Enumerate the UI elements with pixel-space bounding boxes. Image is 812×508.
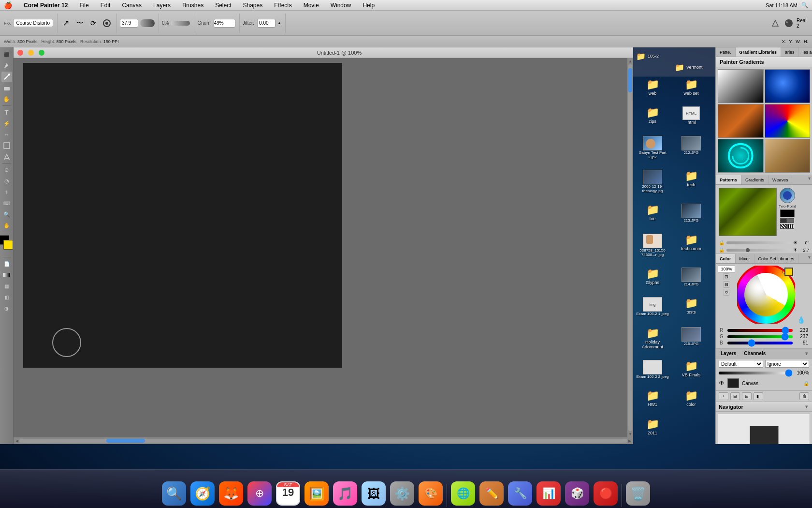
apple-menu[interactable]: 🍎 — [4, 1, 12, 9]
vscroll-down-arrow[interactable]: ▼ — [628, 432, 632, 436]
vscroll-thumb[interactable] — [628, 68, 632, 92]
desktop-gabyn[interactable]: Gabyn Test Part 2.jp2 — [633, 134, 672, 168]
pattern-thumbnail[interactable] — [719, 188, 777, 236]
desktop-glyphs[interactable]: 📁 Glyphs — [633, 266, 672, 295]
eraser-tool[interactable] — [1, 83, 12, 93]
menubar-window[interactable]: Window — [329, 2, 353, 9]
swatch-gray1[interactable] — [780, 218, 787, 223]
real-icon-2[interactable] — [783, 17, 795, 29]
panel-menu-btn[interactable]: ▾ — [806, 175, 812, 181]
zoom-input-color[interactable]: 100% — [718, 266, 735, 272]
layer-visibility-icon[interactable]: 👁 — [719, 380, 725, 387]
menubar-file[interactable]: File — [77, 2, 90, 9]
vscroll-track[interactable] — [628, 64, 632, 431]
paint-bucket-tool[interactable] — [1, 60, 12, 71]
dock-chrome[interactable]: ⊕ — [246, 480, 273, 507]
angle-sun-icon[interactable]: ☀ — [793, 240, 798, 245]
desktop-techcomm[interactable]: 📁 techcomm — [672, 232, 710, 266]
g-slider[interactable] — [727, 335, 793, 338]
layer-adj-tool[interactable]: ◧ — [1, 292, 12, 302]
desktop-2011[interactable]: 📁 2011 — [633, 416, 672, 444]
crop-tool[interactable]: ⚡ — [1, 118, 12, 129]
tab-aries2[interactable]: les aries — [799, 47, 812, 57]
nav-rotate-icon[interactable]: ↺ — [724, 289, 729, 296]
pen-tool[interactable] — [1, 151, 12, 162]
desktop-html[interactable]: HTML .html — [672, 105, 710, 134]
angle-slider-track[interactable] — [726, 241, 791, 244]
desktop-folder-vermont[interactable]: 📁 Vermont — [674, 62, 713, 73]
scale-sun-icon[interactable]: ☀ — [793, 247, 798, 253]
brush-icon-1[interactable]: ↗ — [60, 17, 72, 29]
dock-app15[interactable]: 🎲 — [564, 480, 591, 507]
desktop-webset[interactable]: 📁 web set — [672, 76, 710, 105]
magnifier-tool[interactable]: 🔍 — [1, 209, 12, 220]
brush-icon-3[interactable]: ⟳ — [87, 17, 99, 29]
gradient-blue[interactable] — [765, 69, 811, 103]
tab-patterns[interactable]: Patterns — [716, 175, 741, 184]
color-panel-close[interactable]: ▾ — [806, 254, 812, 260]
desktop-exam1[interactable]: img Exam 105-2 1.jpeg — [633, 295, 672, 325]
scale-lock-icon[interactable]: 🔒 — [719, 247, 725, 253]
text-tool[interactable]: T — [1, 107, 12, 118]
swatch-stripe2[interactable] — [787, 224, 794, 229]
desktop-213[interactable]: 213.JPG — [672, 202, 710, 231]
desktop-hw1[interactable]: 📁 HW1 — [633, 388, 672, 416]
dock-preview[interactable]: 🖼 — [360, 480, 387, 507]
tab-aries1[interactable]: aries — [781, 47, 799, 57]
rubber-stamp-tool[interactable]: ⌨ — [1, 198, 12, 209]
swatch-stripe1[interactable] — [780, 224, 787, 229]
dock-app13[interactable]: 🔧 — [507, 480, 534, 507]
gradient-tool[interactable] — [1, 269, 12, 280]
blend-tool[interactable]: ◑ — [1, 303, 12, 314]
menubar-brushes[interactable]: Brushes — [180, 2, 205, 9]
swatch-black[interactable] — [780, 209, 795, 217]
grain-input[interactable] — [214, 19, 235, 28]
hscroll-right-arrow[interactable]: ▶ — [628, 439, 631, 443]
gradient-rainbow[interactable] — [765, 104, 811, 138]
swatch-gray2[interactable] — [787, 218, 794, 223]
new-layer-btn[interactable]: + — [719, 392, 728, 400]
gradient-swirl[interactable] — [718, 139, 764, 173]
hand-tool[interactable]: ✋ — [1, 220, 12, 231]
layers-panel-close[interactable]: ▾ — [803, 351, 809, 357]
b-slider[interactable] — [727, 342, 793, 344]
menubar-shapes[interactable]: Shapes — [241, 2, 265, 9]
menubar-layers[interactable]: Layers — [151, 2, 173, 9]
delete-layer-btn[interactable]: 🗑 — [799, 392, 809, 400]
scale-slider-thumb[interactable] — [746, 248, 750, 252]
background-color[interactable] — [3, 240, 13, 250]
window-maximize[interactable] — [39, 50, 44, 56]
real-icon-3[interactable]: Real 2 — [797, 17, 808, 29]
desktop-215[interactable]: 215.JPG — [672, 325, 710, 358]
desktop-214[interactable]: 214.JPG — [672, 266, 710, 295]
pattern-tool[interactable]: ▦ — [1, 281, 12, 291]
desktop-folder-105-2[interactable]: 📁 105-2 — [635, 51, 713, 62]
desktop-tech[interactable]: 📁 tech — [672, 168, 710, 202]
duplicate-layer-btn[interactable]: ⊟ — [742, 392, 752, 400]
window-minimize[interactable] — [28, 50, 34, 56]
horizontal-scrollbar[interactable]: ◀ ▶ — [14, 437, 633, 444]
tab-gradient-libraries[interactable]: Gradient Libraries — [736, 47, 782, 57]
dock-photos[interactable]: 🖼️ — [303, 480, 330, 507]
dock-app12[interactable]: ✏️ — [478, 480, 505, 507]
desktop-tests[interactable]: 📁 tests — [672, 295, 710, 325]
smear-tool[interactable]: ✋ — [1, 94, 12, 105]
real-icon-1[interactable] — [769, 17, 781, 29]
dock-finder[interactable]: 🔍 — [160, 480, 188, 507]
two-point-circle[interactable] — [780, 188, 795, 203]
brush-icon-4[interactable] — [101, 17, 113, 29]
desktop-538758[interactable]: 538758_10150 74308...n.jpg — [633, 232, 672, 266]
paper-tool[interactable]: 📄 — [1, 258, 12, 269]
yellow-swatch[interactable] — [784, 268, 793, 276]
gradient-bw[interactable] — [718, 69, 764, 103]
brush-icon-2[interactable]: 〜 — [74, 17, 86, 29]
dock-system-prefs[interactable]: ⚙️ — [389, 480, 416, 507]
desktop-vbfinals[interactable]: 📁 VB Finals — [672, 358, 710, 388]
nav-actual-icon[interactable]: ⊟ — [724, 281, 729, 288]
vscroll-up-arrow[interactable]: ▲ — [628, 59, 632, 63]
desktop-web[interactable]: 📁 web — [633, 76, 672, 105]
layers-tab-layers[interactable]: Layers — [719, 351, 738, 356]
dodge-tool[interactable]: ⊙ — [1, 164, 12, 175]
menubar-edit[interactable]: Edit — [99, 2, 113, 9]
transform-tool[interactable]: ↔ — [1, 129, 12, 140]
